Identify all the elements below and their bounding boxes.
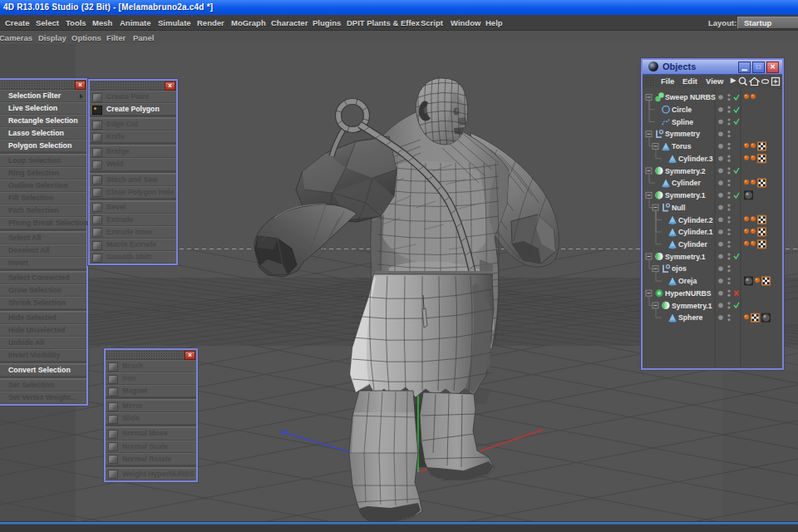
svg-text:Cylinder.1: Cylinder.1 <box>678 228 713 236</box>
svg-text:Cylinder: Cylinder <box>678 240 707 249</box>
svg-text:HyperNURBS: HyperNURBS <box>665 289 712 298</box>
svg-text:ojos: ojos <box>672 264 687 273</box>
svg-text:Symmetry.1: Symmetry.1 <box>665 191 706 200</box>
svg-text:Symmetry.2: Symmetry.2 <box>665 167 706 175</box>
svg-text:Cylinder.3: Cylinder.3 <box>678 155 713 163</box>
svg-text:Sphere: Sphere <box>678 313 703 322</box>
svg-text:Oreja: Oreja <box>678 277 697 285</box>
svg-text:Symmetry.1: Symmetry.1 <box>665 253 706 261</box>
svg-text:Spline: Spline <box>672 118 693 126</box>
svg-text:Symmetry: Symmetry <box>665 130 700 138</box>
svg-text:Circle: Circle <box>672 106 692 114</box>
svg-text:Torus: Torus <box>672 142 692 150</box>
svg-text:Symmetry.1: Symmetry.1 <box>672 302 712 310</box>
svg-text:Cylinder.2: Cylinder.2 <box>678 216 713 224</box>
svg-text:Cylinder: Cylinder <box>672 179 701 187</box>
svg-text:Null: Null <box>672 204 685 212</box>
svg-text:Sweep NURBS: Sweep NURBS <box>665 93 716 101</box>
